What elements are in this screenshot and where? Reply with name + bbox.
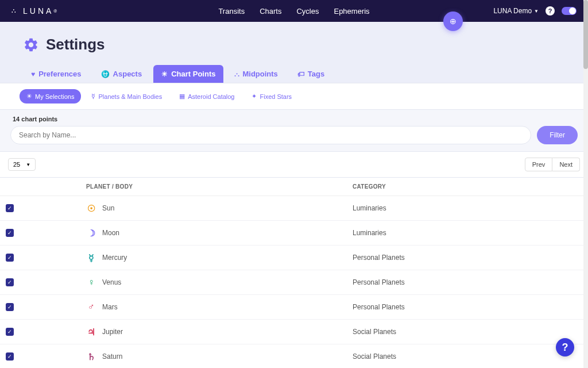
heart-icon: ♥ [31,70,35,78]
planet-glyph-icon: ☿ [86,252,96,263]
page-title: Settings [46,36,105,53]
planet-name: Saturn [102,352,122,361]
planet-name: Mercury [102,254,127,262]
planet-name: Jupiter [102,328,123,336]
table-row[interactable]: ✓ ☉ Sun Luminaries [0,196,588,221]
nav-right: LUNA Demo ▼ ? [493,6,577,16]
help-icon[interactable]: ? [546,6,555,16]
subtab-fixed-stars[interactable]: ✦Fixed Stars [245,89,299,103]
tab-preferences[interactable]: ♥Preferences [23,65,90,83]
plus-circle-icon: ⊕ [450,17,457,26]
table-row[interactable]: ✓ ♂ Mars Personal Planets [0,295,588,320]
scrollbar[interactable] [583,0,588,368]
table-header: PLANET / BODY CATEGORY [0,178,588,196]
page-header: Settings [0,22,588,59]
col-category: CATEGORY [353,183,588,190]
count-label: 14 chart points [13,116,575,122]
tab-midpoints[interactable]: ⸫Midpoints [227,65,285,83]
filter-bar: 14 chart points Filter [0,110,588,152]
logo-dots-icon: ∴ [11,7,18,15]
user-menu[interactable]: LUNA Demo ▼ [493,7,539,15]
planet-category: Personal Planets [353,254,588,262]
planet-glyph-icon: ♀ [86,277,96,288]
main-tabs: ♥Preferences ⛎Aspects ☀Chart Points ⸫Mid… [0,59,588,83]
filter-button[interactable]: Filter [537,126,578,144]
planet-category: Personal Planets [353,278,588,286]
help-fab[interactable]: ? [556,338,574,356]
gear-icon [23,37,39,53]
nav-links: Transits Charts Cycles Ephemeris [218,7,369,16]
brand-reg: ® [53,9,57,14]
row-checkbox[interactable]: ✓ [6,254,14,262]
brand-name: LUNA [23,6,53,16]
nav-cycles[interactable]: Cycles [296,7,319,16]
row-checkbox[interactable]: ✓ [6,204,14,212]
planet-category: Luminaries [353,229,588,237]
tag-icon: 🏷 [297,70,304,78]
sub-tabs: ☀My Selections ☿Planets & Main Bodies ▦A… [0,83,588,109]
planet-glyph-icon: ♃ [86,327,96,337]
question-icon: ? [562,342,568,354]
sub-bar: ☀My Selections ☿Planets & Main Bodies ▦A… [0,83,588,110]
pagesize-select[interactable]: 25 ▼ [8,158,36,171]
table-row[interactable]: ✓ ♃ Jupiter Social Planets [0,320,588,344]
planet-category: Social Planets [353,328,588,336]
nav-transits[interactable]: Transits [218,7,245,16]
midpoints-icon: ⸫ [235,70,239,78]
logo[interactable]: ∴ LUNA® [11,6,57,16]
row-checkbox[interactable]: ✓ [6,352,14,361]
tab-chart-points[interactable]: ☀Chart Points [153,65,223,83]
sun-icon: ☀ [161,70,168,78]
planet-glyph-icon: ☽ [86,228,96,238]
catalog-icon: ▦ [179,93,185,100]
row-checkbox[interactable]: ✓ [6,303,14,311]
table-row[interactable]: ✓ ♄ Saturn Social Planets [0,344,588,368]
prev-button[interactable]: Prev [525,158,553,171]
planet-category: Luminaries [353,204,588,212]
add-fab[interactable]: ⊕ [443,12,463,31]
search-input[interactable] [10,126,531,144]
scroll-thumb[interactable] [583,0,588,69]
sun-small-icon: ☀ [26,93,32,100]
row-checkbox[interactable]: ✓ [6,328,14,336]
theme-toggle[interactable] [562,7,577,15]
planet-glyph-icon: ♄ [86,351,96,362]
top-nav: ∴ LUNA® Transits Charts Cycles Ephemeris… [0,0,588,22]
row-checkbox[interactable]: ✓ [6,229,14,237]
nav-ephemeris[interactable]: Ephemeris [334,7,369,16]
subtab-my-selections[interactable]: ☀My Selections [20,89,81,103]
planet-name: Sun [102,204,114,212]
planet-category: Social Planets [353,352,588,361]
table-row[interactable]: ✓ ♀ Venus Personal Planets [0,270,588,295]
tab-aspects[interactable]: ⛎Aspects [93,65,150,83]
star-icon: ✦ [252,93,257,100]
table-row[interactable]: ✓ ☽ Moon Luminaries [0,221,588,246]
subtab-planets-main[interactable]: ☿Planets & Main Bodies [84,89,169,103]
col-planet-body: PLANET / BODY [86,183,353,190]
pager-bar: 25 ▼ Prev Next [0,152,588,178]
mercury-icon: ☿ [91,93,95,100]
aspects-icon: ⛎ [101,70,110,78]
table-row[interactable]: ✓ ☿ Mercury Personal Planets [0,246,588,270]
planet-category: Personal Planets [353,303,588,311]
planet-glyph-icon: ♂ [86,302,96,312]
caret-down-icon: ▼ [534,9,539,14]
planet-name: Moon [102,229,119,237]
row-checkbox[interactable]: ✓ [6,278,14,286]
subtab-asteroid-catalog[interactable]: ▦Asteroid Catalog [172,89,241,103]
next-button[interactable]: Next [552,158,580,171]
nav-charts[interactable]: Charts [260,7,281,16]
tab-tags[interactable]: 🏷Tags [289,65,332,83]
caret-down-icon: ▼ [26,162,30,167]
user-label: LUNA Demo [493,7,532,15]
planet-name: Mars [102,303,118,311]
planet-name: Venus [102,278,121,286]
planet-glyph-icon: ☉ [86,203,96,213]
